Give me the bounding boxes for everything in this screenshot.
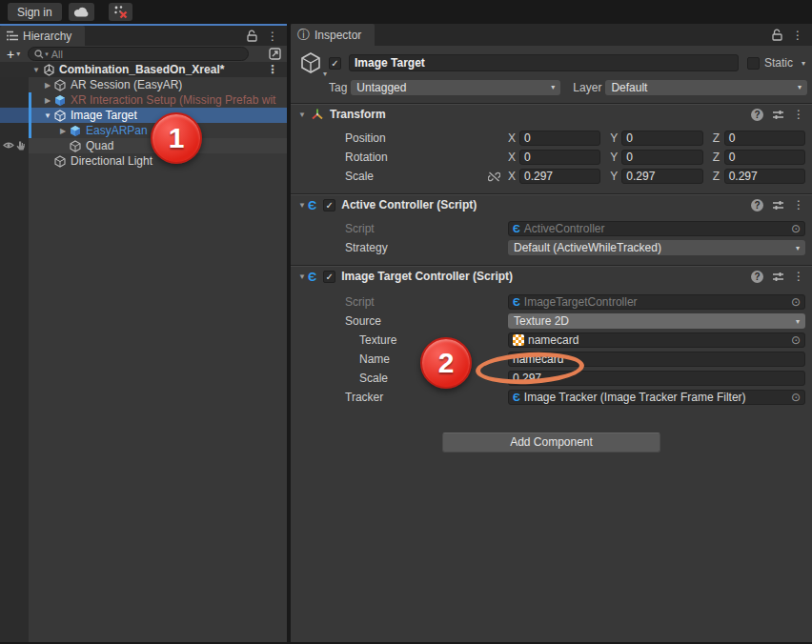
- tracker-row: Tracker Є Image Tracker (Image Tracker F…: [291, 390, 805, 405]
- source-dropdown[interactable]: Texture 2D ▾: [508, 313, 805, 329]
- scale-z-field[interactable]: 0.297: [724, 169, 805, 184]
- component-enabled-checkbox[interactable]: ✓: [323, 271, 335, 283]
- gameobject-name-field[interactable]: Image Target: [349, 54, 739, 71]
- create-object-button[interactable]: +: [7, 48, 14, 61]
- scene-header-row[interactable]: ▼ Combination_BasedOn_Xreal* ⋮: [0, 62, 287, 77]
- component-menu-icon[interactable]: ⋮: [793, 108, 804, 121]
- add-component-button[interactable]: Add Component: [442, 433, 660, 453]
- object-picker-icon[interactable]: ⊙: [791, 223, 801, 234]
- rotation-z-field[interactable]: 0: [724, 150, 805, 165]
- help-icon[interactable]: ?: [751, 271, 763, 283]
- position-x-field[interactable]: 0: [519, 131, 600, 146]
- tree-row-image-target[interactable]: ▼ Image Target: [0, 108, 287, 123]
- layer-label: Layer: [573, 81, 601, 94]
- selection-gutter-highlight: [0, 108, 29, 123]
- script-value: ActiveController: [524, 222, 605, 235]
- script-object-field[interactable]: Є ActiveController ⊙: [508, 221, 805, 236]
- create-object-caret-icon[interactable]: ▾: [16, 50, 20, 58]
- tab-inspector[interactable]: ⓘ Inspector: [291, 24, 375, 46]
- cloud-icon: [73, 7, 89, 17]
- scene-picker-icon[interactable]: [269, 48, 281, 60]
- static-checkbox[interactable]: [747, 57, 760, 70]
- hierarchy-toolbar: + ▾ ▾ All: [0, 46, 287, 62]
- component-foldout-icon[interactable]: ▼: [296, 111, 308, 119]
- tag-dropdown[interactable]: Untagged ▾: [351, 80, 560, 95]
- foldout-closed-icon[interactable]: ▶: [57, 127, 69, 135]
- transform-icon: [311, 108, 324, 121]
- collab-error-icon: [113, 5, 128, 19]
- pickability-hand-icon[interactable]: [15, 140, 26, 151]
- visibility-eye-icon[interactable]: [3, 140, 14, 151]
- prefab-cube-icon: [53, 93, 67, 107]
- easyar-script-icon: Є: [513, 296, 520, 308]
- object-picker-icon[interactable]: ⊙: [791, 334, 801, 346]
- prefab-override-bar: [29, 92, 31, 108]
- component-foldout-icon[interactable]: ▼: [296, 272, 308, 281]
- hierarchy-menu-icon[interactable]: ⋮: [267, 30, 278, 43]
- tree-row-directional-light[interactable]: Directional Light: [0, 153, 287, 169]
- presets-icon[interactable]: [772, 109, 784, 121]
- help-icon[interactable]: ?: [751, 199, 763, 211]
- collab-button[interactable]: [109, 3, 132, 21]
- link-scale-disabled-icon[interactable]: [488, 171, 500, 182]
- unity-editor-window: Sign in Hierarchy: [0, 0, 812, 644]
- foldout-open-icon[interactable]: ▼: [42, 111, 53, 120]
- texture-object-field[interactable]: namecard ⊙: [508, 332, 805, 348]
- editor-toolbar: Sign in: [0, 0, 812, 24]
- scale-y-field[interactable]: 0.297: [621, 169, 702, 184]
- active-checkbox[interactable]: ✓: [329, 57, 341, 70]
- tracker-value: Image Tracker (Image Tracker Frame Filte…: [524, 391, 746, 404]
- axis-x-label: X: [508, 131, 517, 145]
- tree-row-quad[interactable]: Quad: [0, 138, 287, 153]
- tree-row-label: Quad: [86, 139, 113, 152]
- foldout-open-icon[interactable]: ▼: [30, 66, 42, 74]
- scale-x-field[interactable]: 0.297: [519, 169, 600, 184]
- image-target-controller-component: ▼ Є ✓ Image Target Controller (Script) ?…: [291, 265, 812, 414]
- prefab-override-bar: [29, 108, 31, 123]
- unlock-icon[interactable]: [772, 29, 782, 41]
- component-enabled-checkbox[interactable]: ✓: [323, 199, 335, 211]
- component-menu-icon[interactable]: ⋮: [793, 270, 804, 283]
- source-label: Source: [345, 314, 508, 328]
- prefab-override-bar: [29, 123, 31, 138]
- transform-component: ▼ Transform ? ⋮ Position: [291, 103, 812, 193]
- position-y-field[interactable]: 0: [621, 131, 702, 146]
- annotation-step-2-badge: 2: [420, 337, 472, 389]
- help-icon[interactable]: ?: [751, 109, 763, 121]
- tree-row-xr-interaction-setup[interactable]: ▶ XR Interaction Setup (Missing Prefab w…: [0, 92, 287, 108]
- tracker-object-field[interactable]: Є Image Tracker (Image Tracker Frame Fil…: [508, 390, 805, 405]
- scene-menu-icon[interactable]: ⋮: [267, 63, 278, 76]
- strategy-dropdown[interactable]: Default (ActiveWhileTracked) ▾: [508, 240, 805, 255]
- script-object-field[interactable]: Є ImageTargetController ⊙: [508, 294, 805, 310]
- scene-name: Combination_BasedOn_Xreal*: [59, 63, 224, 76]
- position-z-field[interactable]: 0: [724, 131, 805, 146]
- tree-row-ar-session[interactable]: ▶ AR Session (EasyAR): [0, 77, 287, 92]
- easyar-script-icon: Є: [513, 223, 520, 234]
- inspector-content: ▾ ✓ Image Target Static ▾ Tag Untagged ▾: [291, 46, 812, 644]
- object-picker-icon[interactable]: ⊙: [791, 392, 801, 403]
- hierarchy-search-input[interactable]: ▾ All: [28, 47, 249, 61]
- dropdown-caret-icon: ▾: [551, 83, 555, 91]
- foldout-closed-icon[interactable]: ▶: [42, 96, 53, 105]
- rotation-x-field[interactable]: 0: [519, 150, 600, 165]
- presets-icon[interactable]: [772, 271, 784, 283]
- rotation-y-field[interactable]: 0: [621, 150, 702, 165]
- component-foldout-icon[interactable]: ▼: [296, 201, 308, 210]
- static-flags-caret-icon[interactable]: ▾: [802, 59, 805, 68]
- tree-row-easyar-panel[interactable]: ▶ EasyARPan: [0, 123, 287, 138]
- inspector-tabbar: ⓘ Inspector ⋮: [291, 24, 812, 46]
- object-picker-icon[interactable]: ⊙: [791, 296, 801, 308]
- component-menu-icon[interactable]: ⋮: [793, 198, 804, 211]
- foldout-closed-icon[interactable]: ▶: [42, 81, 53, 90]
- inspector-menu-icon[interactable]: ⋮: [792, 29, 803, 42]
- presets-icon[interactable]: [772, 199, 784, 211]
- layer-dropdown[interactable]: Default ▾: [605, 80, 807, 95]
- gameobject-icon[interactable]: ▾: [300, 51, 329, 74]
- unlock-icon[interactable]: [247, 30, 257, 42]
- hierarchy-panel: Hierarchy ⋮ + ▾ ▾ All: [0, 24, 287, 644]
- hierarchy-icon: [7, 30, 18, 41]
- search-filter-caret-icon[interactable]: ▾: [45, 50, 49, 58]
- sign-in-button[interactable]: Sign in: [8, 3, 62, 21]
- cloud-services-button[interactable]: [69, 3, 94, 21]
- tab-hierarchy[interactable]: Hierarchy: [0, 26, 85, 46]
